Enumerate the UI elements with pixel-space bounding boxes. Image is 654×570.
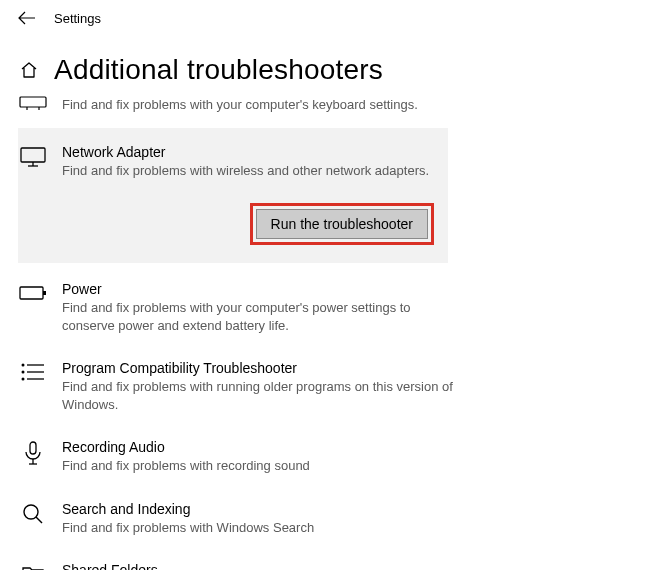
run-troubleshooter-button[interactable]: Run the troubleshooter — [256, 209, 428, 239]
list-icon — [18, 360, 48, 382]
troubleshooter-power[interactable]: Power Find and fix problems with your co… — [18, 273, 636, 352]
back-button[interactable] — [18, 9, 36, 27]
troubleshooter-search-indexing[interactable]: Search and Indexing Find and fix problem… — [18, 493, 636, 555]
svg-rect-0 — [20, 97, 46, 107]
monitor-icon — [18, 144, 48, 168]
svg-point-10 — [22, 371, 25, 374]
item-desc: Find and fix problems with Windows Searc… — [62, 519, 462, 537]
item-desc: Find and fix problems with recording sou… — [62, 457, 462, 475]
power-icon — [18, 281, 48, 303]
home-icon[interactable] — [18, 60, 40, 80]
svg-point-17 — [24, 505, 38, 519]
page-title: Additional troubleshooters — [54, 54, 383, 86]
keyboard-desc: Find and fix problems with your computer… — [62, 96, 462, 114]
highlight-frame: Run the troubleshooter — [250, 203, 434, 245]
svg-rect-6 — [20, 287, 43, 299]
svg-rect-3 — [21, 148, 45, 162]
svg-line-18 — [36, 517, 42, 523]
folder-network-icon — [18, 562, 48, 570]
keyboard-icon — [18, 96, 48, 110]
item-title: Recording Audio — [62, 439, 636, 455]
svg-rect-14 — [30, 442, 36, 454]
item-desc: Find and fix problems with wireless and … — [62, 162, 448, 180]
item-desc: Find and fix problems with your computer… — [62, 299, 462, 334]
item-title: Shared Folders — [62, 562, 636, 570]
troubleshooter-recording-audio[interactable]: Recording Audio Find and fix problems wi… — [18, 431, 636, 493]
item-title: Program Compatibility Troubleshooter — [62, 360, 636, 376]
app-title: Settings — [54, 11, 101, 26]
microphone-icon — [18, 439, 48, 467]
item-title: Power — [62, 281, 636, 297]
svg-point-12 — [22, 378, 25, 381]
item-title: Network Adapter — [62, 144, 448, 160]
troubleshooter-network-adapter[interactable]: Network Adapter Find and fix problems wi… — [18, 128, 448, 264]
svg-rect-7 — [43, 291, 46, 295]
svg-point-8 — [22, 364, 25, 367]
item-desc: Find and fix problems with running older… — [62, 378, 462, 413]
troubleshooter-shared-folders[interactable]: Shared Folders Find and fix problems wit… — [18, 554, 636, 570]
troubleshooter-program-compatibility[interactable]: Program Compatibility Troubleshooter Fin… — [18, 352, 636, 431]
title-bar: Settings — [0, 0, 654, 36]
item-title: Search and Indexing — [62, 501, 636, 517]
search-icon — [18, 501, 48, 525]
page-header: Additional troubleshooters — [18, 54, 636, 86]
arrow-left-icon — [18, 11, 36, 25]
